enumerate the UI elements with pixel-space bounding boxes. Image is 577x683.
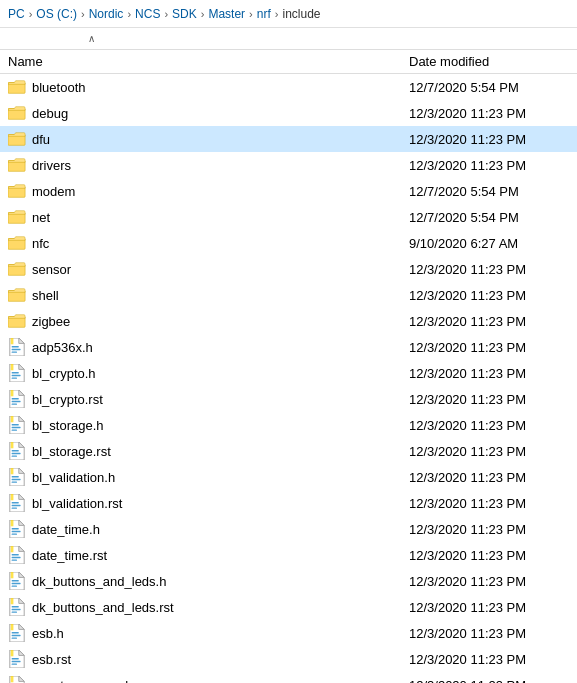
svg-rect-79	[11, 572, 14, 578]
list-item[interactable]: zigbee12/3/2020 11:23 PM	[0, 308, 577, 334]
file-date-label: 12/3/2020 11:23 PM	[409, 522, 569, 537]
file-icon	[8, 546, 26, 564]
list-item[interactable]: net12/7/2020 5:54 PM	[0, 204, 577, 230]
file-name-label: shell	[32, 288, 409, 303]
list-item[interactable]: date_time.rst12/3/2020 11:23 PM	[0, 542, 577, 568]
list-item[interactable]: modem12/7/2020 5:54 PM	[0, 178, 577, 204]
list-item[interactable]: esb.rst12/3/2020 11:23 PM	[0, 646, 577, 672]
file-date-label: 12/7/2020 5:54 PM	[409, 184, 569, 199]
svg-marker-57	[19, 494, 24, 499]
svg-rect-66	[12, 534, 17, 535]
breadcrumb-sep-5: ›	[201, 8, 205, 20]
svg-rect-46	[12, 450, 19, 451]
breadcrumb-master[interactable]: Master	[208, 7, 245, 21]
svg-rect-59	[12, 505, 21, 506]
breadcrumb-pc[interactable]: PC	[8, 7, 25, 21]
file-icon	[8, 650, 26, 668]
list-item[interactable]: bluetooth12/7/2020 5:54 PM	[0, 74, 577, 100]
svg-rect-61	[11, 494, 14, 500]
breadcrumb-sep-2: ›	[81, 8, 85, 20]
folder-icon	[8, 208, 26, 226]
breadcrumb-ncs[interactable]: NCS	[135, 7, 160, 21]
svg-rect-53	[12, 479, 21, 480]
svg-rect-82	[12, 606, 19, 607]
svg-rect-54	[12, 482, 17, 483]
list-item[interactable]: debug12/3/2020 11:23 PM	[0, 100, 577, 126]
svg-marker-51	[19, 468, 24, 473]
file-name-label: esb.rst	[32, 652, 409, 667]
file-date-label: 12/3/2020 11:23 PM	[409, 444, 569, 459]
list-item[interactable]: sensor12/3/2020 11:23 PM	[0, 256, 577, 282]
svg-marker-99	[19, 676, 24, 681]
file-name-label: drivers	[32, 158, 409, 173]
sort-arrow-icon: ∧	[88, 33, 95, 44]
file-date-label: 12/3/2020 11:23 PM	[409, 158, 569, 173]
folder-icon	[8, 156, 26, 174]
list-item[interactable]: adp536x.h12/3/2020 11:23 PM	[0, 334, 577, 360]
file-date-label: 12/7/2020 5:54 PM	[409, 80, 569, 95]
svg-rect-67	[11, 520, 14, 526]
svg-rect-84	[12, 612, 17, 613]
svg-rect-40	[12, 424, 19, 425]
svg-rect-23	[12, 349, 21, 350]
file-date-label: 12/3/2020 11:23 PM	[409, 470, 569, 485]
list-item[interactable]: bl_storage.h12/3/2020 11:23 PM	[0, 412, 577, 438]
file-date-label: 12/3/2020 11:23 PM	[409, 392, 569, 407]
list-item[interactable]: esb.h12/3/2020 11:23 PM	[0, 620, 577, 646]
svg-rect-88	[12, 632, 19, 633]
svg-rect-90	[12, 638, 17, 639]
file-name-label: bl_crypto.h	[32, 366, 409, 381]
list-item[interactable]: dk_buttons_and_leds.h12/3/2020 11:23 PM	[0, 568, 577, 594]
svg-rect-55	[11, 468, 14, 474]
file-name-label: modem	[32, 184, 409, 199]
file-name-label: bl_storage.h	[32, 418, 409, 433]
file-icon	[8, 598, 26, 616]
folder-icon	[8, 260, 26, 278]
svg-rect-97	[11, 650, 14, 656]
file-icon	[8, 468, 26, 486]
breadcrumb-nrf[interactable]: nrf	[257, 7, 271, 21]
svg-rect-34	[12, 398, 19, 399]
breadcrumb-os[interactable]: OS (C:)	[36, 7, 77, 21]
list-item[interactable]: bl_validation.h12/3/2020 11:23 PM	[0, 464, 577, 490]
list-item[interactable]: date_time.h12/3/2020 11:23 PM	[0, 516, 577, 542]
col-header-name[interactable]: Name	[8, 54, 409, 69]
svg-rect-25	[11, 338, 14, 344]
file-icon	[8, 364, 26, 382]
file-name-label: date_time.h	[32, 522, 409, 537]
svg-rect-76	[12, 580, 19, 581]
list-item[interactable]: nfc9/10/2020 6:27 AM	[0, 230, 577, 256]
list-item[interactable]: dk_buttons_and_leds.rst12/3/2020 11:23 P…	[0, 594, 577, 620]
svg-rect-35	[12, 401, 21, 402]
list-item[interactable]: shell12/3/2020 11:23 PM	[0, 282, 577, 308]
file-icon	[8, 338, 26, 356]
list-item[interactable]: bl_crypto.h12/3/2020 11:23 PM	[0, 360, 577, 386]
breadcrumb-sdk[interactable]: SDK	[172, 7, 197, 21]
svg-rect-52	[12, 476, 19, 477]
col-header-date[interactable]: Date modified	[409, 54, 569, 69]
list-item[interactable]: bl_storage.rst12/3/2020 11:23 PM	[0, 438, 577, 464]
file-name-label: date_time.rst	[32, 548, 409, 563]
file-date-label: 9/10/2020 6:27 AM	[409, 236, 569, 251]
file-name-label: bl_storage.rst	[32, 444, 409, 459]
file-name-label: bluetooth	[32, 80, 409, 95]
svg-rect-71	[12, 557, 21, 558]
list-item[interactable]: event_manager.h12/3/2020 11:23 PM	[0, 672, 577, 683]
breadcrumb-nordic[interactable]: Nordic	[89, 7, 124, 21]
file-date-label: 12/3/2020 11:23 PM	[409, 262, 569, 277]
svg-rect-72	[12, 560, 17, 561]
svg-marker-87	[19, 624, 24, 629]
list-item[interactable]: bl_validation.rst12/3/2020 11:23 PM	[0, 490, 577, 516]
svg-rect-36	[12, 404, 17, 405]
svg-marker-63	[19, 520, 24, 525]
list-item[interactable]: drivers12/3/2020 11:23 PM	[0, 152, 577, 178]
list-item[interactable]: dfu12/3/2020 11:23 PM	[0, 126, 577, 152]
list-item[interactable]: bl_crypto.rst12/3/2020 11:23 PM	[0, 386, 577, 412]
svg-marker-21	[19, 338, 24, 343]
svg-rect-31	[11, 364, 14, 370]
svg-rect-64	[12, 528, 19, 529]
folder-icon	[8, 182, 26, 200]
svg-rect-73	[11, 546, 14, 552]
file-date-label: 12/3/2020 11:23 PM	[409, 288, 569, 303]
file-icon	[8, 676, 26, 683]
